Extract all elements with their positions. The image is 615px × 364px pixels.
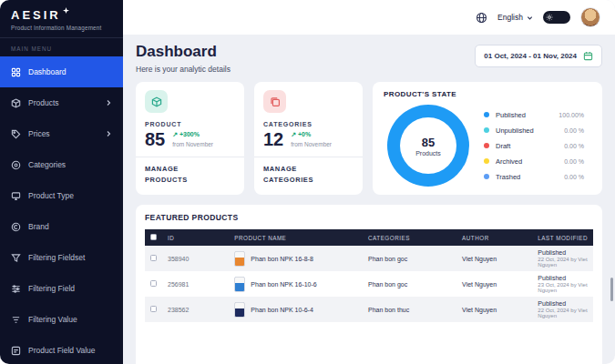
page-title: Dashboard <box>136 43 231 61</box>
chevron-right-icon <box>105 99 112 106</box>
sidebar-item-label: Products <box>28 98 59 107</box>
page-subtitle: Here is your analytic details <box>136 65 231 74</box>
column-header-last-modified: LAST MODIFIED <box>532 229 593 246</box>
donut-center-label: Products <box>415 150 441 157</box>
categories-stat-card: CATEGORIES 12 ↗ +0% from November MANAGE… <box>254 82 363 195</box>
legend-dot <box>484 158 489 164</box>
language-selector[interactable]: English <box>497 13 533 22</box>
table-row[interactable]: 256981 Phan bon NPK 16-10-6 Phan bon goc… <box>145 271 593 297</box>
trend-up-icon: ↗ <box>291 131 296 137</box>
sidebar-item-prices[interactable]: Prices <box>0 118 123 149</box>
product-icon-tile <box>145 90 168 113</box>
app-window: AESIR Product Information Management MAI… <box>0 0 615 364</box>
product-status: Published <box>538 300 588 307</box>
date-range-value: 01 Oct, 2024 - 01 Nov, 2024 <box>484 52 577 60</box>
row-checkbox[interactable] <box>150 255 157 261</box>
product-modified: 22 Oct, 2024 by Viet Nguyen <box>538 257 588 268</box>
globe-icon <box>476 12 487 24</box>
sidebar: AESIR Product Information Management MAI… <box>0 0 123 364</box>
filter-list-icon <box>11 315 21 325</box>
sidebar-item-product-type[interactable]: Product Type <box>0 180 123 211</box>
sun-icon <box>546 14 553 21</box>
legend-dot <box>484 143 489 148</box>
legend-dot <box>484 127 489 133</box>
column-header-author: AUTHOR <box>456 229 532 246</box>
select-all-checkbox[interactable] <box>150 234 157 240</box>
box-icon <box>151 96 162 107</box>
column-header-id: ID <box>162 229 229 246</box>
sidebar-item-product-field-value[interactable]: Product Field Value <box>0 335 123 364</box>
grid-icon <box>11 67 21 77</box>
stat-cards-row: PRODUCT 85 ↗ +300% from November MANAGE … <box>136 82 602 195</box>
page-header: Dashboard Here is your analytic details … <box>136 43 602 74</box>
product-stat-card: PRODUCT 85 ↗ +300% from November MANAGE … <box>136 82 244 195</box>
legend-item-trashed: Trashed 0.00 % <box>484 173 584 181</box>
product-state-donut-chart: 85 Products <box>387 105 469 187</box>
table-header-row: ID PRODUCT NAME CATEGORIES AUTHOR LAST M… <box>145 229 593 246</box>
categories-count: 12 <box>263 130 283 148</box>
legend-item-draft: Draft 0.00 % <box>484 142 584 150</box>
sidebar-item-dashboard[interactable]: Dashboard <box>0 56 123 87</box>
table-row[interactable]: 238562 Phan bon NPK 10-6-4 Phan bon thuc… <box>145 297 593 322</box>
box-icon <box>11 98 21 108</box>
column-header-product-name: PRODUCT NAME <box>229 229 363 246</box>
sidebar-item-products[interactable]: Products <box>0 87 123 118</box>
menu-section-label: MAIN MENU <box>0 38 123 56</box>
product-name: Phan bon NPK 16-10-6 <box>251 281 316 288</box>
sparkle-icon <box>63 7 69 14</box>
categories-card-label: CATEGORIES <box>263 121 354 127</box>
product-name: Phan bon NPK 10-6-4 <box>251 307 313 313</box>
sidebar-item-categories[interactable]: Categories <box>0 149 123 180</box>
logo-area: AESIR Product Information Management <box>0 0 123 38</box>
categories-icon <box>11 160 21 170</box>
chevron-right-icon <box>105 130 112 137</box>
sidebar-item-brand[interactable]: Brand <box>0 211 123 242</box>
featured-products-title: FEATURED PRODUCTS <box>145 213 593 222</box>
field-value-icon <box>11 346 21 356</box>
row-checkbox[interactable] <box>150 306 157 312</box>
featured-products-card: FEATURED PRODUCTS ID PRODUCT NAME CATEGO… <box>136 205 602 364</box>
product-name: Phan bon NPK 16-8-8 <box>251 256 313 262</box>
product-state-card: PRODUCT'S STATE 85 Products Published <box>373 82 602 195</box>
sidebar-item-label: Filtering Value <box>28 315 77 324</box>
dashboard-content: Dashboard Here is your analytic details … <box>123 35 615 364</box>
product-modified: 22 Oct, 2024 by Viet Nguyen <box>538 308 588 318</box>
avatar[interactable] <box>580 7 600 27</box>
manage-categories-link[interactable]: MANAGE CATEGORIES <box>263 157 322 192</box>
product-status: Published <box>538 249 588 256</box>
column-header-categories: CATEGORIES <box>363 229 456 246</box>
sidebar-item-label: Brand <box>28 222 49 231</box>
categories-delta: ↗ +0% from November <box>291 130 332 148</box>
donut-center-value: 85 <box>422 136 435 149</box>
featured-products-table: ID PRODUCT NAME CATEGORIES AUTHOR LAST M… <box>145 229 593 322</box>
product-author: Viet Nguyen <box>456 297 532 322</box>
sidebar-item-filtering-value[interactable]: Filtering Value <box>0 304 123 335</box>
product-card-label: PRODUCT <box>145 121 235 127</box>
product-count: 85 <box>145 130 165 148</box>
sidebar-item-filtering-fieldset[interactable]: Filtering Fieldset <box>0 242 123 273</box>
chevron-down-icon <box>527 15 533 21</box>
sidebar-item-label: Product Field Value <box>28 346 96 355</box>
funnel-icon <box>11 253 21 263</box>
date-range-picker[interactable]: 01 Oct, 2024 - 01 Nov, 2024 <box>475 45 602 67</box>
product-thumbnail <box>234 302 245 318</box>
sidebar-item-label: Filtering Field <box>28 284 75 293</box>
sidebar-item-label: Filtering Fieldset <box>28 253 85 262</box>
categories-icon-tile <box>263 90 286 113</box>
product-delta: ↗ +300% from November <box>172 130 213 148</box>
product-id: 238562 <box>162 297 229 322</box>
product-id: 358940 <box>162 246 229 271</box>
brand-icon <box>11 222 21 232</box>
row-checkbox[interactable] <box>150 280 157 287</box>
main-area: English Dashboard Here is your analytic … <box>123 0 615 364</box>
sidebar-item-label: Product Type <box>28 191 74 200</box>
page-scrollbar[interactable] <box>610 278 613 301</box>
copy-icon <box>270 96 281 107</box>
theme-toggle[interactable] <box>543 11 570 24</box>
manage-products-link[interactable]: MANAGE PRODUCTS <box>145 157 203 192</box>
sidebar-item-filtering-field[interactable]: Filtering Field <box>0 273 123 304</box>
product-category: Phan bon thuc <box>363 297 456 322</box>
table-row[interactable]: 358940 Phan bon NPK 16-8-8 Phan bon goc … <box>145 246 593 271</box>
legend-dot <box>484 174 489 179</box>
language-label: English <box>497 13 523 22</box>
